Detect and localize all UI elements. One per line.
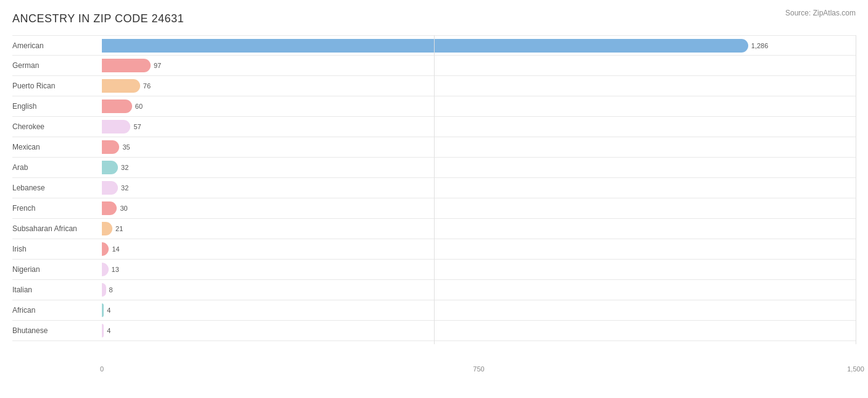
bar-value-label: 4 — [107, 327, 111, 334]
bar-label-area: African — [12, 306, 102, 315]
bar-track: 97 — [102, 59, 856, 72]
x-axis: 07501,500 — [102, 363, 856, 381]
bar-fill — [102, 222, 112, 235]
bar-fill — [102, 324, 104, 337]
bar-label-text: French — [12, 204, 35, 213]
bar-track: 8 — [102, 283, 856, 297]
bar-value-label: 57 — [133, 123, 141, 130]
bar-label-text: Arab — [12, 163, 28, 172]
bar-label-area: Irish — [12, 245, 102, 253]
bar-track: 30 — [102, 201, 856, 215]
bar-fill — [102, 263, 109, 276]
bar-label-area: Lebanese — [12, 184, 102, 192]
bar-label-area: American — [12, 41, 102, 50]
bar-value-label: 14 — [112, 245, 119, 253]
bar-value-label: 30 — [120, 205, 127, 212]
bar-label-area: Mexican — [12, 143, 102, 151]
bar-label-area: Cherokee — [12, 122, 102, 131]
bar-track: 1,286 — [102, 39, 856, 53]
bar-label-text: Subsaharan African — [12, 224, 77, 233]
bar-label-text: African — [12, 306, 35, 315]
bar-label-text: Lebanese — [12, 184, 45, 192]
bar-fill — [102, 100, 132, 113]
bar-value-label: 32 — [121, 164, 128, 171]
bar-fill — [102, 79, 140, 93]
bar-fill — [102, 59, 151, 72]
bar-label-area: Puerto Rican — [12, 82, 102, 90]
bar-fill — [102, 181, 118, 195]
x-tick-label: 750 — [473, 365, 484, 373]
bar-label-text: American — [12, 41, 44, 50]
bar-fill — [102, 140, 119, 154]
bar-track: 60 — [102, 100, 856, 113]
bar-label-text: Irish — [12, 245, 27, 253]
bar-track: 21 — [102, 222, 856, 235]
x-tick-label: 0 — [100, 365, 104, 373]
bar-fill — [102, 39, 748, 53]
bar-track: 32 — [102, 181, 856, 195]
bar-value-label: 21 — [115, 225, 123, 232]
bar-label-area: Nigerian — [12, 265, 102, 274]
bar-value-label: 32 — [121, 184, 128, 192]
bar-label-area: Bhutanese — [12, 326, 102, 335]
bar-fill — [102, 303, 104, 317]
bar-value-label: 35 — [122, 143, 130, 151]
bar-label-area: German — [12, 61, 102, 70]
bar-track: 4 — [102, 324, 856, 337]
bar-label-text: Mexican — [12, 143, 40, 151]
bar-value-label: 1,286 — [751, 42, 769, 49]
bar-fill — [102, 120, 130, 133]
chart-title: ANCESTRY IN ZIP CODE 24631 — [12, 12, 856, 25]
bar-track: 4 — [102, 303, 856, 317]
bar-track: 35 — [102, 140, 856, 154]
x-gridline — [434, 35, 435, 344]
chart-area: American1,286German97Puerto Rican76Engli… — [12, 35, 856, 381]
bar-label-text: Puerto Rican — [12, 82, 55, 90]
bars-section: American1,286German97Puerto Rican76Engli… — [12, 35, 856, 363]
bar-label-text: English — [12, 102, 36, 111]
source-label: Source: ZipAtlas.com — [785, 9, 856, 17]
x-tick-label: 1,500 — [847, 365, 864, 373]
chart-container: ANCESTRY IN ZIP CODE 24631 Source: ZipAt… — [0, 0, 868, 398]
bar-label-area: Italian — [12, 286, 102, 294]
bar-value-label: 13 — [112, 266, 119, 273]
bar-value-label: 4 — [107, 307, 111, 314]
bar-fill — [102, 242, 109, 256]
bar-label-area: French — [12, 204, 102, 213]
bar-track: 13 — [102, 263, 856, 276]
bar-fill — [102, 201, 117, 215]
bar-label-text: Cherokee — [12, 122, 44, 131]
bar-track: 32 — [102, 161, 856, 174]
bar-fill — [102, 161, 118, 174]
bar-label-text: German — [12, 61, 39, 70]
x-gridline — [856, 35, 856, 344]
bar-label-text: Bhutanese — [12, 326, 48, 335]
bar-track: 57 — [102, 120, 856, 133]
bar-label-text: Italian — [12, 286, 32, 294]
bar-track: 14 — [102, 242, 856, 256]
bar-value-label: 8 — [109, 286, 113, 294]
bar-fill — [102, 283, 106, 297]
bar-value-label: 97 — [154, 62, 161, 69]
bar-value-label: 76 — [143, 82, 151, 90]
bar-value-label: 60 — [135, 103, 143, 110]
bar-label-text: Nigerian — [12, 265, 40, 274]
bar-track: 76 — [102, 79, 856, 93]
bar-label-area: Subsaharan African — [12, 224, 102, 233]
bar-label-area: English — [12, 102, 102, 111]
bar-label-area: Arab — [12, 163, 102, 172]
